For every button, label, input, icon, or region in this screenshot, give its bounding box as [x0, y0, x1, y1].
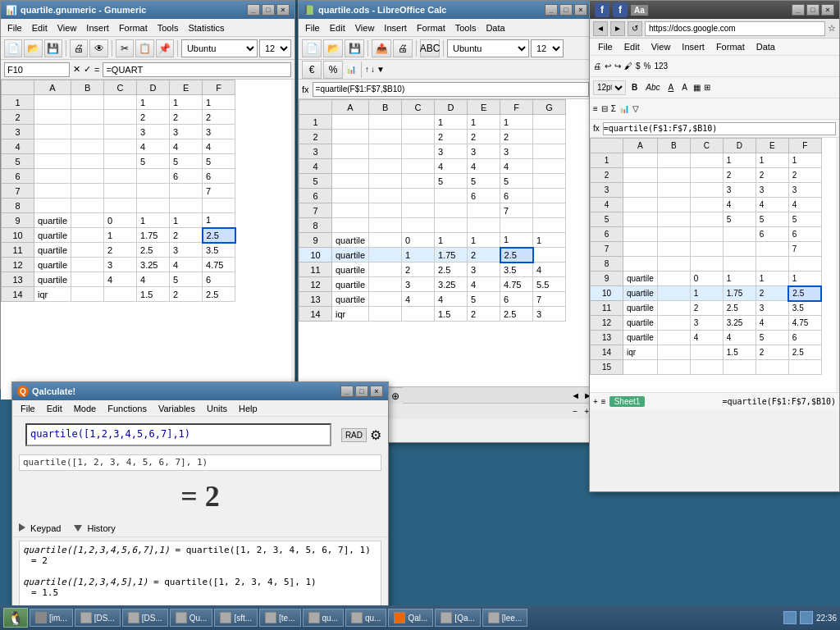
- gdocs-cell-E9[interactable]: 1: [756, 272, 788, 286]
- lo-cell-A5[interactable]: [332, 174, 369, 189]
- gdocs-cell-E11[interactable]: 3: [756, 301, 788, 316]
- gdocs-menu-data[interactable]: Data: [751, 40, 780, 53]
- gdocs-cell-A4[interactable]: [623, 198, 658, 212]
- browser-reload-button[interactable]: ↺: [628, 21, 642, 36]
- lo-maximize-button[interactable]: □: [559, 4, 573, 16]
- lo-cell-C2[interactable]: [402, 130, 435, 144]
- cell-A13[interactable]: quartile: [34, 272, 71, 287]
- lo-cell-E5[interactable]: 5: [468, 174, 500, 189]
- lo-cell-E13[interactable]: 5: [468, 292, 500, 307]
- gdocs-col-E[interactable]: E: [756, 139, 788, 153]
- gdocs-cell-F7[interactable]: 7: [788, 242, 821, 257]
- lo-col-C[interactable]: C: [402, 100, 435, 115]
- gdocs-cell-D11[interactable]: 2.5: [723, 301, 756, 316]
- gdocs-cell-A3[interactable]: [623, 183, 658, 198]
- gdocs-percent-btn[interactable]: %: [644, 62, 651, 71]
- gdocs-maximize-button[interactable]: □: [806, 4, 819, 16]
- cell-A10[interactable]: quartile: [34, 228, 71, 243]
- taskbar-item-qu2[interactable]: qu...: [303, 609, 344, 627]
- cell-C5[interactable]: [104, 154, 137, 169]
- gdocs-cell-E14[interactable]: 2: [756, 345, 788, 360]
- gdocs-cell-E3[interactable]: 3: [756, 183, 788, 198]
- gdocs-cell-C14[interactable]: [690, 345, 723, 360]
- gnumeric-menu-file[interactable]: File: [2, 21, 27, 34]
- gdocs-align-left-btn[interactable]: ≡: [593, 104, 598, 113]
- gnumeric-print-button[interactable]: 🖨: [70, 39, 88, 57]
- gnumeric-paste-button[interactable]: 📌: [156, 39, 174, 57]
- gdocs-cell-A1[interactable]: [623, 153, 658, 168]
- gdocs-cell-D14[interactable]: 1.5: [723, 345, 756, 360]
- cell-E10[interactable]: 2: [170, 228, 203, 243]
- lo-cell-G13[interactable]: 7: [533, 292, 566, 307]
- gdocs-cell-C13[interactable]: 4: [690, 331, 723, 345]
- lo-cell-F1[interactable]: 1: [500, 115, 533, 130]
- lo-cell-D1[interactable]: 1: [435, 115, 468, 130]
- qalc-menu-units[interactable]: Units: [202, 402, 232, 415]
- gdocs-cell-A9[interactable]: quartile: [623, 272, 658, 286]
- cell-B1[interactable]: [71, 95, 104, 110]
- lo-cell-D13[interactable]: 4: [435, 292, 468, 307]
- gdocs-close-button[interactable]: ×: [821, 4, 834, 16]
- lo-scroll-left-button[interactable]: ◄: [571, 390, 580, 400]
- lo-col-D[interactable]: D: [435, 100, 468, 115]
- cell-C11[interactable]: 2: [104, 243, 137, 258]
- cell-D7[interactable]: [137, 184, 170, 199]
- cell-B8[interactable]: [71, 199, 104, 213]
- cell-F8[interactable]: [203, 199, 235, 213]
- gnumeric-new-button[interactable]: 📄: [4, 39, 22, 57]
- cell-E14[interactable]: 2: [170, 287, 203, 302]
- qalc-menu-file[interactable]: File: [16, 402, 40, 415]
- gdocs-font-size-select[interactable]: 12pt: [593, 80, 626, 95]
- cell-B14[interactable]: [71, 287, 104, 302]
- lo-cell-E7[interactable]: [468, 203, 500, 218]
- gdocs-decimal-btn[interactable]: 123: [654, 62, 668, 71]
- gdocs-menu-format[interactable]: Format: [711, 40, 750, 53]
- gdocs-cell-C11[interactable]: 2: [690, 301, 723, 316]
- gdocs-cell-F15[interactable]: [788, 360, 821, 375]
- gdocs-cell-F1[interactable]: 1: [788, 153, 821, 168]
- taskbar-item-qal[interactable]: Qal...: [388, 609, 433, 627]
- cell-F6[interactable]: 6: [203, 169, 235, 184]
- gdocs-cell-D15[interactable]: [723, 360, 756, 375]
- gnumeric-formula-input[interactable]: [103, 62, 291, 77]
- lo-cell-A4[interactable]: [332, 159, 369, 174]
- cell-F7[interactable]: 7: [203, 184, 235, 199]
- gdocs-cell-E5[interactable]: 5: [756, 212, 788, 227]
- lo-filter-btn[interactable]: ▼: [377, 65, 385, 74]
- qalc-menu-variables[interactable]: Variables: [153, 402, 200, 415]
- cell-E3[interactable]: 3: [170, 125, 203, 139]
- gdocs-cell-F8[interactable]: [788, 257, 821, 272]
- lo-cell-C5[interactable]: [402, 174, 435, 189]
- gdocs-paint-btn[interactable]: 🖌: [624, 62, 632, 71]
- taskbar-item-qu1[interactable]: Qu...: [170, 609, 213, 627]
- cell-D13[interactable]: 4: [137, 272, 170, 287]
- lo-cell-E2[interactable]: 2: [468, 130, 500, 144]
- cell-F12[interactable]: 4.75: [203, 258, 235, 272]
- gdocs-menu-file[interactable]: File: [593, 40, 618, 53]
- lo-col-A[interactable]: A: [332, 100, 369, 115]
- lo-cell-E6[interactable]: 6: [468, 189, 500, 203]
- lo-cell-D6[interactable]: [435, 189, 468, 203]
- lo-print-button[interactable]: 🖨: [393, 39, 413, 57]
- gdocs-currency-btn[interactable]: $: [636, 62, 641, 71]
- gdocs-cell-F3[interactable]: 3: [788, 183, 821, 198]
- taskbar-item-te[interactable]: [te...: [259, 609, 300, 627]
- lo-cell-C3[interactable]: [402, 144, 435, 159]
- lo-cell-A12[interactable]: quartile: [332, 277, 369, 292]
- lo-cell-E14[interactable]: 2: [468, 307, 500, 322]
- lo-cell-E12[interactable]: 4: [468, 277, 500, 292]
- cell-E6[interactable]: 6: [170, 169, 203, 184]
- cell-A8[interactable]: [34, 199, 71, 213]
- gdocs-cell-A8[interactable]: [623, 257, 658, 272]
- gdocs-cell-B14[interactable]: [657, 345, 690, 360]
- gdocs-cell-E15[interactable]: [756, 360, 788, 375]
- gdocs-cell-C2[interactable]: [690, 168, 723, 183]
- cell-C13[interactable]: 4: [104, 272, 137, 287]
- lo-cell-G11[interactable]: 4: [533, 262, 566, 277]
- lo-sort-desc-btn[interactable]: ↓: [371, 65, 375, 74]
- taskbar-item-qa2[interactable]: [Qa...: [435, 609, 480, 627]
- gdocs-cell-A14[interactable]: iqr: [623, 345, 658, 360]
- taskbar-item-sft[interactable]: [sft...: [214, 609, 258, 627]
- gnumeric-font-select[interactable]: Ubuntu: [181, 39, 258, 57]
- qalc-minimize-button[interactable]: _: [340, 386, 354, 397]
